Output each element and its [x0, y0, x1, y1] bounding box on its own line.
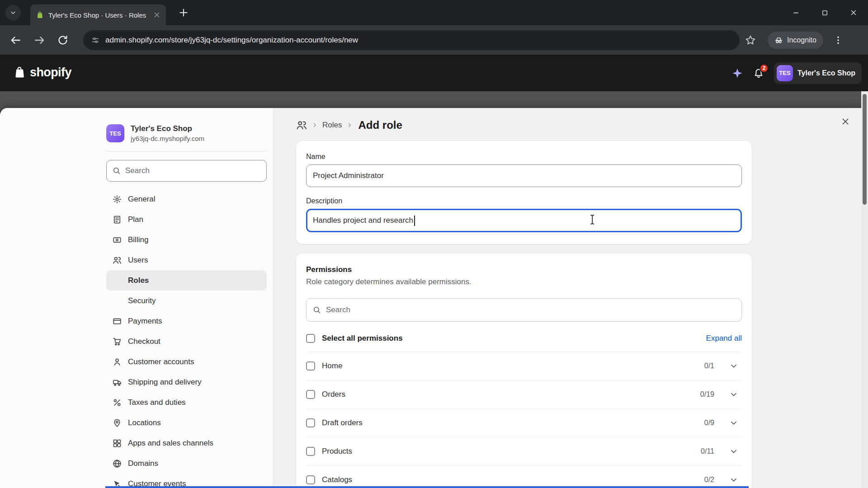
chevron-down-icon[interactable] [729, 475, 738, 484]
chevron-down-icon [9, 9, 17, 16]
settings-modal: TES Tyler's Eco Shop jy63jq-dc.myshopify… [0, 108, 868, 488]
permission-checkbox[interactable] [306, 361, 315, 371]
shopify-bag-icon [13, 65, 26, 80]
chevron-right-icon [311, 122, 318, 128]
notifications-button[interactable]: 2 [753, 68, 764, 79]
incognito-label: Incognito [787, 36, 816, 44]
permission-row-products[interactable]: Products 0/11 [306, 437, 742, 465]
store-name: Tyler's Eco Shop [797, 69, 855, 77]
permission-checkbox[interactable] [306, 447, 315, 456]
browser-menu-button[interactable] [833, 35, 843, 45]
expand-all-link[interactable]: Expand all [706, 334, 742, 343]
sidebar-item-security[interactable]: Security [106, 291, 267, 311]
permission-checkbox[interactable] [306, 418, 315, 427]
maximize-button[interactable] [810, 0, 839, 25]
back-button[interactable] [10, 34, 22, 46]
chevron-down-icon[interactable] [729, 361, 738, 371]
chevron-down-icon[interactable] [729, 390, 738, 399]
permission-row-home[interactable]: Home 0/1 [306, 352, 742, 380]
chevron-down-icon[interactable] [729, 447, 738, 456]
incognito-icon [774, 36, 783, 44]
globe-icon [113, 459, 122, 468]
minimize-button[interactable] [781, 0, 810, 25]
cart-icon [113, 337, 122, 346]
sidebar-item-shipping-and-delivery[interactable]: Shipping and delivery [106, 372, 267, 392]
browser-tabstrip: Tyler's Eco Shop · Users · Roles [0, 0, 868, 25]
permissions-search[interactable] [306, 298, 742, 322]
notification-badge: 2 [760, 64, 769, 73]
plan-icon [113, 215, 122, 224]
percent-icon [113, 398, 122, 407]
sidebar-item-customer-accounts[interactable]: Customer accounts [106, 352, 267, 372]
sidebar-item-roles[interactable]: Roles [106, 270, 267, 291]
apps-icon [113, 439, 122, 448]
close-icon [850, 9, 857, 16]
tab-search-button[interactable] [5, 5, 21, 20]
breadcrumb: Roles Add role [296, 116, 402, 134]
scrollbar-thumb[interactable] [863, 94, 867, 205]
store-domain: jy63jq-dc.myshopify.com [131, 135, 204, 142]
tab-title: Tyler's Eco Shop · Users · Roles [48, 11, 149, 19]
sidekick-icon[interactable] [731, 67, 743, 79]
new-tab-button[interactable] [178, 7, 189, 18]
tab-close-icon[interactable] [153, 11, 160, 19]
shopify-logo[interactable]: shopify [13, 65, 71, 80]
permission-checkbox[interactable] [306, 475, 315, 484]
address-bar[interactable]: admin.shopify.com/store/jy63jq-dc/settin… [83, 30, 740, 50]
name-label: Name [306, 153, 742, 161]
permission-row-draft-orders[interactable]: Draft orders 0/9 [306, 408, 742, 437]
maximize-icon [821, 9, 828, 16]
sidebar-item-billing[interactable]: Billing [106, 230, 267, 250]
role-description-input[interactable]: Handles project and research [306, 209, 742, 232]
browser-toolbar: admin.shopify.com/store/jy63jq-dc/settin… [0, 25, 868, 55]
window-close-button[interactable] [839, 0, 868, 25]
viewport-bottom-focus-line [105, 486, 749, 488]
permission-checkbox[interactable] [306, 390, 315, 399]
shopify-favicon-icon [36, 11, 44, 19]
reload-button[interactable] [57, 34, 69, 46]
permissions-subtitle: Role category determines available permi… [306, 277, 742, 286]
window-controls [781, 0, 868, 25]
text-caret [414, 216, 415, 226]
page-title: Add role [358, 119, 402, 131]
settings-search[interactable] [106, 160, 267, 182]
breadcrumb-roles-link[interactable]: Roles [322, 121, 342, 130]
sidebar-item-taxes-and-duties[interactable]: Taxes and duties [106, 392, 267, 413]
permission-row-catalogs[interactable]: Catalogs 0/2 [306, 465, 742, 488]
role-name-input[interactable] [306, 164, 742, 187]
sidebar-item-users[interactable]: Users [106, 250, 267, 270]
forward-button[interactable] [33, 34, 45, 46]
sidebar-item-checkout[interactable]: Checkout [106, 331, 267, 352]
mouse-ibeam-cursor [589, 213, 596, 226]
sidebar-item-plan[interactable]: Plan [106, 209, 267, 230]
users-icon [296, 120, 307, 131]
settings-nav: General Plan Billing Users Roles Securit… [106, 189, 267, 488]
bookmark-star-icon[interactable] [745, 35, 756, 46]
sidebar-item-locations[interactable]: Locations [106, 413, 267, 433]
sidebar-item-apps-and-sales-channels[interactable]: Apps and sales channels [106, 433, 267, 453]
permission-rows: Home 0/1 Orders 0/19 Draft orders 0/9 Pr… [306, 352, 742, 488]
browser-tab[interactable]: Tyler's Eco Shop · Users · Roles [30, 5, 166, 25]
store-menu-button[interactable]: TES Tyler's Eco Shop [774, 62, 862, 84]
truck-icon [113, 378, 122, 387]
sidebar-item-payments[interactable]: Payments [106, 311, 267, 331]
chevron-down-icon[interactable] [729, 418, 738, 427]
search-icon [313, 306, 321, 314]
gear-icon [113, 195, 122, 204]
site-info-icon[interactable] [91, 36, 99, 44]
sidebar-item-domains[interactable]: Domains [106, 453, 267, 474]
close-icon [841, 117, 850, 126]
permission-row-orders[interactable]: Orders 0/19 [306, 380, 742, 408]
settings-search-input[interactable] [125, 166, 260, 175]
settings-content: Roles Add role Name Description Handles … [274, 108, 868, 488]
modal-close-button[interactable] [836, 113, 854, 131]
users-icon [113, 256, 122, 265]
payments-icon [113, 317, 122, 326]
shopify-wordmark: shopify [30, 66, 71, 80]
description-label: Description [306, 197, 742, 205]
select-all-checkbox[interactable] [306, 334, 315, 343]
topbar-right: 2 TES Tyler's Eco Shop [731, 55, 862, 91]
permissions-search-input[interactable] [326, 305, 735, 314]
page-scrollbar[interactable] [861, 91, 868, 488]
sidebar-item-general[interactable]: General [106, 189, 267, 209]
